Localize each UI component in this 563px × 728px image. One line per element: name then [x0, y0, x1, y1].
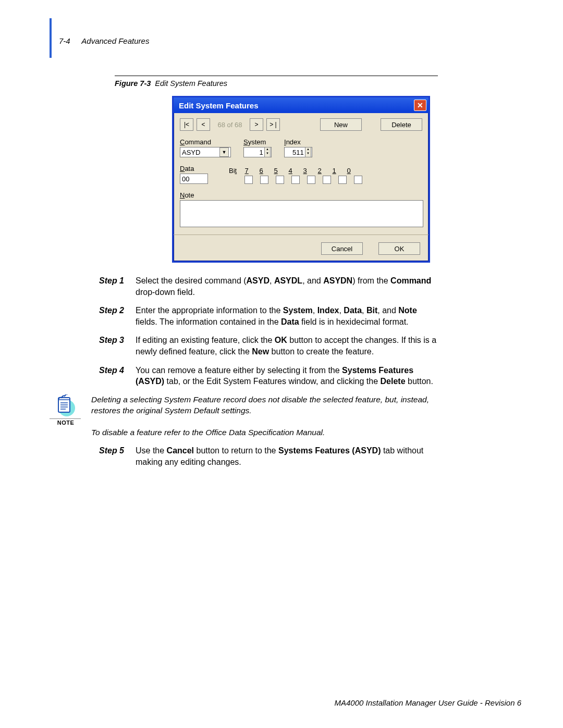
data-label: Data	[180, 165, 208, 172]
bit-checkbox-row	[244, 176, 362, 184]
bit-header: 3	[301, 167, 309, 175]
bit-checkbox[interactable]	[354, 176, 362, 184]
bit-checkbox[interactable]	[244, 176, 253, 184]
note-text: Deleting a selecting System Feature reco…	[91, 394, 438, 438]
bit-header: 0	[345, 167, 352, 175]
dialog-title-bar: Edit System Features ✕	[174, 97, 429, 113]
up-down-icon: ▲▼	[264, 147, 271, 157]
data-field[interactable]: 00	[180, 174, 208, 184]
record-counter: 68 of 68	[213, 121, 247, 129]
note-label: Note	[180, 191, 194, 199]
bit-checkbox[interactable]	[338, 176, 347, 184]
step-label: Step 3	[99, 335, 136, 357]
note-caption: NOTE	[50, 419, 82, 427]
step: Step 2Enter the appropriate information …	[99, 305, 438, 327]
bit-header: 6	[258, 167, 265, 175]
cancel-button[interactable]: Cancel	[321, 242, 363, 255]
step-label: Step 4	[99, 365, 136, 387]
figure-caption: Figure 7-3 Edit System Features	[115, 79, 438, 88]
bit-header: 4	[287, 167, 294, 175]
bit-checkbox[interactable]	[260, 176, 268, 184]
dialog-divider	[174, 235, 429, 235]
bit-checkbox[interactable]	[323, 176, 331, 184]
header-accent-bar	[50, 18, 52, 58]
index-label: Index	[284, 138, 312, 146]
system-label: System	[243, 138, 272, 146]
step-label: Step 2	[99, 305, 136, 327]
step-text: If editing an existing feature, click th…	[136, 335, 438, 357]
ok-button[interactable]: OK	[378, 242, 420, 255]
nav-next-button[interactable]: >	[250, 118, 263, 131]
bit-checkbox[interactable]	[276, 176, 284, 184]
nav-prev-button[interactable]: <	[197, 118, 210, 131]
close-icon[interactable]: ✕	[414, 100, 426, 111]
command-label: Command	[180, 138, 231, 146]
note-icon-wrap: NOTE	[50, 394, 82, 427]
up-down-icon: ▲▼	[305, 147, 311, 157]
delete-button[interactable]: Delete	[381, 118, 422, 131]
step: Step 3If editing an existing feature, cl…	[99, 335, 438, 357]
bit-header: 1	[331, 167, 338, 175]
step-text: Use the Cancel button to return to the S…	[136, 445, 438, 467]
bit-header: 7	[243, 167, 250, 175]
nav-first-button[interactable]: |<	[180, 118, 193, 131]
bit-checkbox[interactable]	[291, 176, 300, 184]
step-text: Select the desired command (ASYD, ASYDL,…	[136, 275, 438, 298]
page-header: 7-4 Advanced Features	[59, 36, 521, 45]
step-text: You can remove a feature either by selec…	[136, 365, 438, 387]
bit-header-row: 76543210	[243, 167, 352, 175]
steps-list: Step 1Select the desired command (ASYD, …	[50, 275, 438, 468]
command-dropdown[interactable]: ASYD ▼	[180, 147, 231, 157]
page-footer: MA4000 Installation Manager User Guide -…	[334, 698, 521, 707]
note-textarea[interactable]	[180, 200, 423, 227]
system-spinner[interactable]: 1 ▲▼	[243, 147, 272, 157]
bit-checkbox[interactable]	[307, 176, 315, 184]
step: Step 4You can remove a feature either by…	[99, 365, 438, 387]
step-text: Enter the appropriate information to the…	[136, 305, 438, 327]
step: Step 1Select the desired command (ASYD, …	[99, 275, 438, 298]
bit-header: 2	[316, 167, 323, 175]
bit-header: 5	[272, 167, 279, 175]
index-spinner[interactable]: 511 ▲▼	[284, 147, 312, 157]
section-title: Advanced Features	[81, 36, 149, 45]
chevron-down-icon: ▼	[219, 147, 229, 157]
note-block: NOTEDeleting a selecting System Feature …	[99, 394, 438, 438]
note-icon	[55, 394, 76, 417]
edit-system-features-dialog: Edit System Features ✕ |< < 68 of 68 > >…	[172, 96, 430, 263]
new-button[interactable]: New	[320, 118, 362, 131]
step: Step 5Use the Cancel button to return to…	[99, 445, 438, 467]
nav-last-button[interactable]: > |	[266, 118, 280, 131]
bit-label: Bit	[229, 167, 237, 175]
step-label: Step 1	[99, 275, 136, 298]
page-number: 7-4	[59, 36, 70, 45]
step-label: Step 5	[99, 445, 136, 467]
dialog-title: Edit System Features	[179, 101, 259, 110]
figure-rule	[115, 76, 438, 76]
